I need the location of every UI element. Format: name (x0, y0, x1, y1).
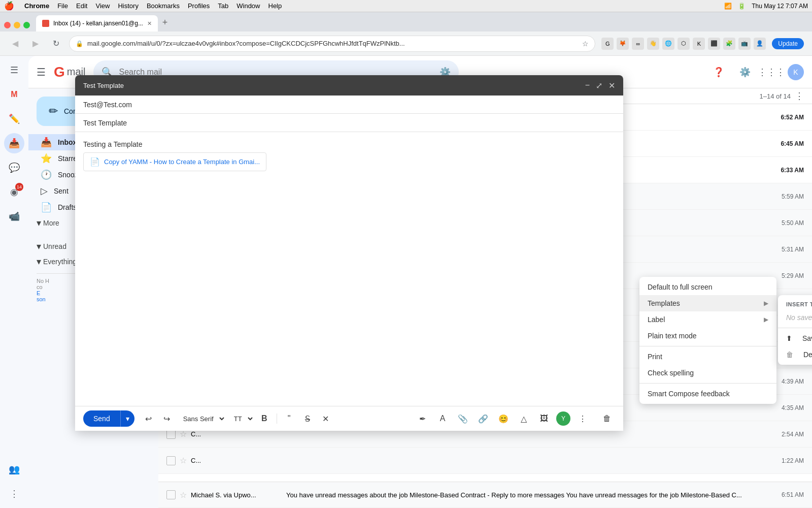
send-button[interactable]: Send (83, 410, 120, 427)
history-menu[interactable]: History (118, 2, 138, 10)
redo-icon[interactable]: ↪ (159, 410, 175, 427)
close-window-button[interactable] (4, 22, 11, 28)
compose-body[interactable]: Testing a Template 📄 Copy of YAMM - How … (75, 132, 623, 406)
ext-3[interactable]: ∞ (632, 38, 644, 50)
url-text: mail.google.com/mail/u/0/?zx=ulczae4v0vg… (87, 40, 578, 47)
edit-menu[interactable]: Edit (76, 2, 87, 10)
profiles-menu[interactable]: Profiles (188, 2, 210, 10)
menubar-right: 📶 🔋 Thu May 12 7:07 AM (724, 3, 808, 10)
bold-icon[interactable]: B (256, 410, 273, 427)
delete-icon: 🗑 (786, 351, 793, 359)
back-button[interactable]: ◀ (8, 37, 22, 51)
reload-button[interactable]: ↻ (49, 37, 63, 51)
emoji-icon[interactable]: 😊 (495, 410, 512, 427)
ext-7[interactable]: K (693, 38, 705, 50)
minimize-window-button[interactable] (14, 22, 20, 28)
update-button[interactable]: Update (772, 38, 804, 49)
chrome-menu[interactable]: Chrome (24, 2, 49, 10)
more-options-icon[interactable]: ⋮ (795, 90, 804, 102)
ext-2[interactable]: 🦊 (617, 38, 629, 50)
active-tab[interactable]: Inbox (14) - kellan.jansen01@g... ✕ (36, 15, 158, 31)
yamm-icon[interactable]: Y (556, 411, 570, 426)
drive-icon[interactable]: △ (516, 410, 532, 427)
sidebar-chat-icon[interactable]: 💬 (4, 157, 24, 178)
compose-attachment[interactable]: 📄 Copy of YAMM - How to Create a Templat… (83, 152, 266, 171)
sidebar-contacts-icon[interactable]: 👥 (4, 459, 24, 480)
ctx-save-draft-template[interactable]: ⬆ Save draft as template ▶ OVERWRITE TEM… (778, 330, 812, 346)
forward-button[interactable]: ▶ (28, 37, 43, 51)
everything-toggle-icon: ▾ (37, 256, 41, 267)
email-checkbox[interactable] (166, 456, 176, 465)
photo-icon[interactable]: 🖼 (536, 410, 552, 427)
ctx-check-spelling[interactable]: Check spelling (639, 365, 776, 381)
sidebar-meet-icon[interactable]: 📹 (4, 206, 24, 227)
delete-draft-icon[interactable]: 🗑 (599, 410, 615, 427)
ctx-default-fullscreen[interactable]: Default to full screen (639, 279, 776, 295)
ctx-templates[interactable]: Templates ▶ INSERT TEMPLATE No saved tem… (639, 295, 776, 311)
text-color-icon[interactable]: A (434, 410, 451, 427)
undo-icon[interactable]: ↩ (141, 410, 157, 427)
star-icon[interactable]: ☆ (180, 456, 187, 465)
font-family-select[interactable]: Sans Serif (177, 412, 226, 425)
strikethrough-icon[interactable]: S̶ (299, 410, 316, 427)
window-menu[interactable]: Window (236, 2, 260, 10)
sidebar-spaces-icon[interactable]: ◉ 14 (4, 182, 24, 202)
ext-5[interactable]: 🌐 (662, 38, 674, 50)
tab-close-button[interactable]: ✕ (147, 20, 152, 27)
new-tab-button[interactable]: + (158, 15, 172, 29)
send-dropdown-button[interactable]: ▾ (120, 410, 134, 427)
bookmarks-menu[interactable]: Bookmarks (147, 2, 180, 10)
apps-icon[interactable]: ⋮⋮⋮ (761, 62, 782, 82)
ext-4[interactable]: 👋 (647, 38, 659, 50)
help-icon[interactable]: ❓ (708, 62, 729, 82)
tab-menu[interactable]: Tab (218, 2, 228, 10)
star-icon[interactable]: ☆ (180, 490, 187, 500)
bookmark-star-icon[interactable]: ☆ (582, 40, 589, 48)
cast-icon[interactable]: 📺 (738, 38, 751, 50)
ext-6[interactable]: ⬡ (678, 38, 690, 50)
format-quote-icon[interactable]: " (281, 410, 297, 427)
ext-8[interactable]: ⬛ (708, 38, 720, 50)
view-menu[interactable]: View (95, 2, 110, 10)
attach-file-icon[interactable]: 📎 (455, 410, 471, 427)
email-checkbox[interactable] (166, 430, 176, 439)
sidebar-inbox-icon[interactable]: 📥 (4, 133, 24, 153)
more-options-icon[interactable]: ⋮ (574, 410, 591, 427)
sidebar-menu-icon[interactable]: ☰ (4, 60, 24, 80)
sidebar-compose-icon[interactable]: ✏️ (4, 109, 24, 129)
email-row[interactable]: ☆ C... 1:22 AM (158, 448, 812, 474)
email-time: 4:39 AM (773, 378, 804, 385)
expand-compose-icon[interactable]: ⤢ (596, 81, 602, 90)
font-size-select[interactable]: TT (228, 412, 254, 425)
ctx-print[interactable]: Print (639, 348, 776, 365)
apple-menu[interactable]: 🍎 (4, 1, 14, 11)
compose-to-value: Test@Test.com (83, 101, 132, 109)
settings-icon[interactable]: ⚙️ (735, 62, 755, 82)
help-menu[interactable]: Help (268, 2, 282, 10)
profile-icon[interactable]: 👤 (754, 38, 766, 50)
compose-to-field[interactable]: Test@Test.com (75, 96, 623, 114)
drafts-icon: 📄 (41, 202, 52, 213)
format-pen-icon[interactable]: ✒ (414, 410, 430, 427)
file-menu[interactable]: File (57, 2, 68, 10)
user-avatar[interactable]: K (788, 64, 804, 80)
link-icon[interactable]: 🔗 (475, 410, 491, 427)
minimize-compose-icon[interactable]: − (585, 81, 590, 90)
email-row-bottom[interactable]: ☆ Michael S. via Upwo... You have unread… (158, 482, 812, 508)
ctx-label-text: Label (648, 315, 758, 324)
maximize-window-button[interactable] (23, 22, 30, 28)
email-checkbox[interactable] (166, 490, 176, 499)
ctx-smart-compose[interactable]: Smart Compose feedback (639, 386, 776, 402)
ctx-label[interactable]: Label ▶ (639, 311, 776, 328)
ext-1[interactable]: G (601, 38, 614, 50)
hamburger-icon[interactable]: ☰ (37, 66, 46, 78)
ctx-delete-template[interactable]: 🗑 Delete template ▶ (778, 346, 812, 363)
compose-title: Test Template (83, 82, 585, 89)
compose-subject-field[interactable]: Test Template (75, 114, 623, 132)
address-bar[interactable]: 🔒 mail.google.com/mail/u/0/?zx=ulczae4v0… (69, 36, 595, 52)
clear-format-icon[interactable]: ✕ (318, 410, 334, 427)
close-compose-icon[interactable]: ✕ (608, 81, 615, 90)
extensions-icon[interactable]: 🧩 (723, 38, 735, 50)
ctx-plain-text[interactable]: Plain text mode (639, 328, 776, 344)
sidebar-more-icon[interactable]: ⋮ (4, 484, 24, 504)
